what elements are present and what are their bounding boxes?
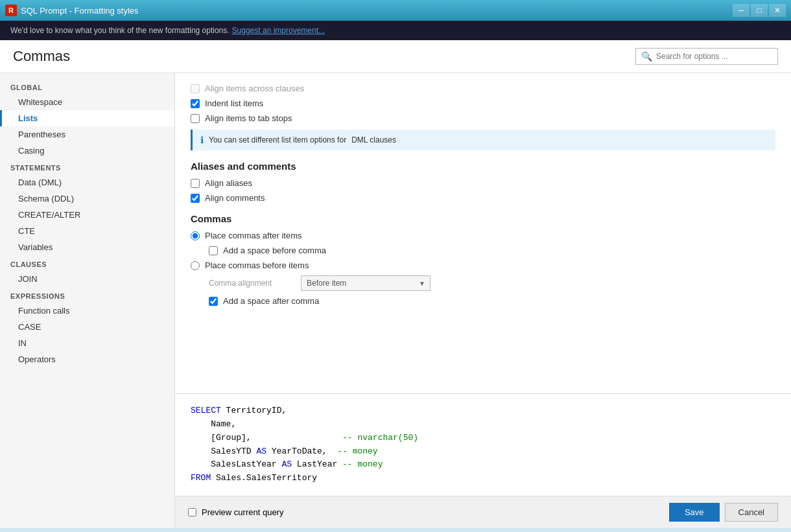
info-icon: ℹ xyxy=(200,135,204,145)
space-before-comma-checkbox[interactable] xyxy=(209,246,218,255)
place-commas-before-label: Place commas before items xyxy=(205,260,309,270)
cancel-button[interactable]: Cancel xyxy=(725,503,778,522)
align-aliases-label: Align aliases xyxy=(205,178,252,188)
info-box: ℹ You can set different list item option… xyxy=(191,130,775,150)
content-area: GLOBAL Whitespace Lists Parentheses Casi… xyxy=(0,73,791,528)
search-input[interactable] xyxy=(656,52,766,61)
window-controls: ─ □ ✕ xyxy=(733,4,786,17)
align-items-across-clauses-label: Align items across clauses xyxy=(205,84,304,93)
space-after-comma-label: Add a space after comma xyxy=(223,296,319,306)
preview-current-query-label: Preview current query xyxy=(202,507,283,517)
footer-right: Save Cancel xyxy=(669,503,778,522)
sidebar-item-parentheses[interactable]: Parentheses xyxy=(0,126,174,143)
keyword-as-1: AS xyxy=(256,446,266,456)
place-commas-before-radio[interactable] xyxy=(191,261,200,270)
maximize-button[interactable]: □ xyxy=(751,4,768,17)
save-button[interactable]: Save xyxy=(669,503,720,522)
align-aliases-row: Align aliases xyxy=(191,178,775,188)
minimize-button[interactable]: ─ xyxy=(733,4,750,17)
footer-left: Preview current query xyxy=(188,507,283,517)
align-comments-label: Align comments xyxy=(205,193,265,203)
statements-section-label: STATEMENTS xyxy=(0,159,174,174)
code-line-3: [Group], -- nvarchar(50) xyxy=(191,432,775,445)
sidebar-item-create-alter[interactable]: CREATE/ALTER xyxy=(0,207,174,223)
indent-list-items-row: Indent list items xyxy=(191,98,775,108)
suggest-link[interactable]: Suggest an improvement... xyxy=(232,26,325,35)
close-button[interactable]: ✕ xyxy=(769,4,786,17)
place-after-row: Place commas after items xyxy=(191,231,775,240)
align-items-across-clauses-row: Align items across clauses xyxy=(191,84,775,93)
align-items-across-clauses-checkbox[interactable] xyxy=(191,84,200,93)
code-line-5: SalesLastYear AS LastYear -- money xyxy=(191,458,775,472)
main-container: Commas 🔍 GLOBAL Whitespace Lists Parenth… xyxy=(0,40,791,528)
align-tab-stops-label: Align items to tab stops xyxy=(205,113,292,123)
sidebar-item-variables[interactable]: Variables xyxy=(0,239,174,255)
sidebar-item-operators[interactable]: Operators xyxy=(0,351,174,367)
app-icon: R xyxy=(5,5,17,16)
sidebar-item-case[interactable]: CASE xyxy=(0,319,174,335)
dml-clauses-link[interactable]: DML clauses xyxy=(351,135,396,145)
align-aliases-checkbox[interactable] xyxy=(191,179,200,188)
keyword-select: SELECT xyxy=(191,406,221,415)
indent-list-items-checkbox[interactable] xyxy=(191,99,200,108)
align-tab-stops-checkbox[interactable] xyxy=(191,114,200,123)
comma-alignment-dropdown-wrapper: Before item After item None xyxy=(301,275,431,291)
comment-2: -- money xyxy=(337,446,377,456)
indent-list-items-label: Indent list items xyxy=(205,98,263,108)
align-tab-stops-row: Align items to tab stops xyxy=(191,113,775,123)
code-line-2: Name, xyxy=(191,418,775,432)
space-before-comma-row: Add a space before comma xyxy=(191,246,775,255)
header-area: Commas 🔍 xyxy=(0,40,791,73)
sidebar-item-schema-ddl[interactable]: Schema (DDL) xyxy=(0,191,174,207)
space-before-comma-label: Add a space before comma xyxy=(223,246,326,255)
comma-alignment-select[interactable]: Before item After item None xyxy=(301,275,431,291)
search-box: 🔍 xyxy=(635,48,778,65)
sidebar-item-join[interactable]: JOIN xyxy=(0,271,174,287)
sidebar: GLOBAL Whitespace Lists Parentheses Casi… xyxy=(0,73,175,528)
info-text: You can set different list item options … xyxy=(209,135,346,145)
code-line-6: FROM Sales.SalesTerritory xyxy=(191,472,775,485)
page-title: Commas xyxy=(13,48,70,65)
keyword-as-2: AS xyxy=(281,459,292,469)
code-line-1: SELECT TerritoryID, xyxy=(191,404,775,418)
keyword-from: FROM xyxy=(191,473,211,483)
sidebar-item-data-dml[interactable]: Data (DML) xyxy=(0,174,174,191)
sidebar-item-cte[interactable]: CTE xyxy=(0,223,174,239)
search-icon: 🔍 xyxy=(641,51,652,62)
comment-1: -- nvarchar(50) xyxy=(342,433,418,443)
commas-section-heading: Commas xyxy=(191,213,775,224)
space-after-comma-row: Add a space after comma xyxy=(191,296,775,306)
banner-text: We'd love to know what you think of the … xyxy=(10,26,230,35)
scrollable-content[interactable]: Align items across clauses Indent list i… xyxy=(175,73,791,393)
footer: Preview current query Save Cancel xyxy=(175,496,791,528)
place-before-row: Place commas before items xyxy=(191,260,775,270)
window-title: SQL Prompt - Formatting styles xyxy=(21,6,139,16)
place-commas-after-radio[interactable] xyxy=(191,231,200,240)
space-after-comma-checkbox[interactable] xyxy=(209,297,218,306)
sidebar-item-lists[interactable]: Lists xyxy=(0,110,174,126)
sidebar-item-casing[interactable]: Casing xyxy=(0,143,174,159)
main-content: Align items across clauses Indent list i… xyxy=(175,73,791,528)
comma-alignment-label: Comma alignment xyxy=(209,279,293,288)
sidebar-item-function-calls[interactable]: Function calls xyxy=(0,303,174,319)
title-bar: R SQL Prompt - Formatting styles ─ □ ✕ xyxy=(0,0,791,21)
place-commas-after-label: Place commas after items xyxy=(205,231,302,240)
code-preview: SELECT TerritoryID, Name, [Group], -- nv… xyxy=(175,393,791,496)
align-comments-checkbox[interactable] xyxy=(191,194,200,203)
feedback-banner: We'd love to know what you think of the … xyxy=(0,21,791,40)
sidebar-item-in[interactable]: IN xyxy=(0,335,174,351)
clauses-section-label: CLAUSES xyxy=(0,255,174,271)
comma-alignment-row: Comma alignment Before item After item N… xyxy=(191,275,775,291)
align-comments-row: Align comments xyxy=(191,193,775,203)
expressions-section-label: EXPRESSIONS xyxy=(0,287,174,303)
global-section-label: GLOBAL xyxy=(0,78,174,94)
aliases-section-heading: Aliases and comments xyxy=(191,161,775,172)
sidebar-item-whitespace[interactable]: Whitespace xyxy=(0,94,174,110)
code-line-4: SalesYTD AS YearToDate, -- money xyxy=(191,445,775,459)
preview-current-query-checkbox[interactable] xyxy=(188,508,196,516)
comment-3: -- money xyxy=(342,459,383,469)
title-bar-left: R SQL Prompt - Formatting styles xyxy=(5,5,139,16)
